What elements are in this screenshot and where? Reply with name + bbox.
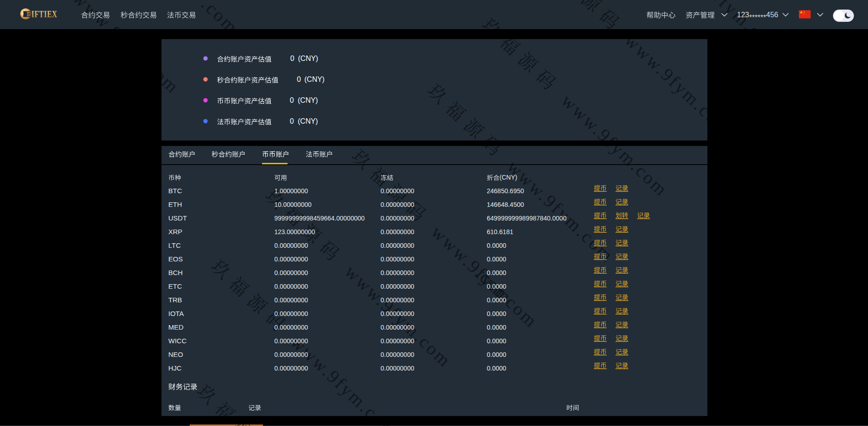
svg-text:0.00000000: 0.00000000 [381,269,414,276]
svg-text:0.00000000: 0.00000000 [274,296,308,304]
svg-text:0.00000000: 0.00000000 [381,201,414,208]
svg-text:0.00000000: 0.00000000 [274,310,308,317]
svg-text:0.00000000: 0.00000000 [381,310,414,317]
svg-text:0: 0 [290,55,294,62]
svg-text:ETH: ETH [168,200,182,208]
svg-text:HJC: HJC [168,364,182,372]
svg-text:0: 0 [290,96,294,104]
svg-text:USDT: USDT [168,214,187,222]
svg-text:0.00000000: 0.00000000 [274,324,308,331]
svg-text:0.0000: 0.0000 [487,269,506,276]
svg-text:0.0000: 0.0000 [487,351,506,358]
svg-text:0.00000000: 0.00000000 [274,256,308,263]
svg-text:0.00000000: 0.00000000 [381,228,414,236]
svg-text:WICC: WICC [168,337,187,345]
svg-text:0.00000000: 0.00000000 [381,283,414,290]
svg-text:0.00000000: 0.00000000 [274,242,308,249]
svg-text:10.00000000: 10.00000000 [274,201,312,208]
svg-text:0.00000000: 0.00000000 [381,187,414,195]
svg-text:XRP: XRP [168,228,182,236]
svg-text:EOS: EOS [168,255,183,263]
svg-text:0.0000: 0.0000 [487,283,506,290]
svg-text:649999999989987840.0000: 649999999989987840.0000 [487,215,566,222]
svg-text:MED: MED [168,323,184,331]
svg-text:(CNY): (CNY) [298,55,318,62]
svg-text:0.00000000: 0.00000000 [381,256,414,263]
svg-text:146648.4500: 146648.4500 [487,201,524,208]
svg-text:0.00000000: 0.00000000 [381,215,414,222]
svg-text:0.00000000: 0.00000000 [274,351,308,358]
svg-text:123.00000000: 123.00000000 [274,228,315,236]
svg-text:0.00000000: 0.00000000 [381,296,414,304]
svg-text:0.00000000: 0.00000000 [381,324,414,331]
svg-text:NEO: NEO [168,351,183,358]
svg-text:123: 123 [737,11,749,19]
svg-text:TRB: TRB [168,296,182,304]
svg-text:******: ****** [749,14,766,21]
svg-text:456: 456 [766,11,778,19]
svg-text:0.0000: 0.0000 [487,242,506,249]
svg-text:IFTIEX: IFTIEX [31,9,57,19]
svg-text:99999999998459664.00000000: 99999999998459664.00000000 [274,215,365,222]
svg-text:0.00000000: 0.00000000 [274,283,308,290]
svg-text:0.00000000: 0.00000000 [381,242,414,249]
svg-text:(CNY): (CNY) [298,96,318,104]
svg-text:0.00000000: 0.00000000 [381,351,414,358]
svg-text:(CNY): (CNY) [298,117,318,125]
svg-text:0: 0 [297,75,301,83]
svg-text:0.00000000: 0.00000000 [274,269,308,276]
svg-text:0.00000000: 0.00000000 [274,337,308,345]
svg-text:0.0000: 0.0000 [487,256,506,263]
svg-text:BTC: BTC [168,187,182,195]
svg-text:0: 0 [290,117,294,125]
svg-text:ETC: ETC [168,282,182,290]
svg-text:LTC: LTC [168,241,181,249]
svg-text:0.00000000: 0.00000000 [381,365,414,372]
svg-text:610.6181: 610.6181 [487,228,514,236]
svg-text:(CNY): (CNY) [304,75,324,83]
svg-text:BCH: BCH [168,269,183,276]
svg-text:1.00000000: 1.00000000 [274,187,308,195]
svg-text:0.00000000: 0.00000000 [381,337,414,345]
svg-text:(CNY): (CNY) [500,174,517,181]
svg-text:0.0000: 0.0000 [487,337,506,345]
svg-text:246850.6950: 246850.6950 [487,187,524,195]
svg-text:0.0000: 0.0000 [487,324,506,331]
svg-text:IOTA: IOTA [168,310,184,317]
svg-text:0.00000000: 0.00000000 [274,365,308,372]
svg-text:0.0000: 0.0000 [487,310,506,317]
svg-text:0.0000: 0.0000 [487,296,506,304]
svg-text:0.0000: 0.0000 [487,365,506,372]
